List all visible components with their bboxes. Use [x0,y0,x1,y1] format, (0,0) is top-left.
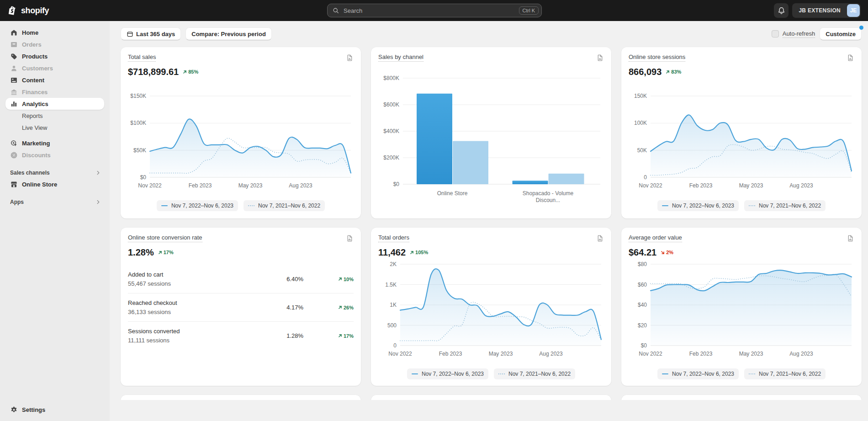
svg-text:Aug 2023: Aug 2023 [539,351,563,357]
customize-button[interactable]: Customize [820,27,862,40]
svg-text:Nov 2022: Nov 2022 [639,182,662,189]
sidebar-section-apps[interactable]: Apps [5,197,104,208]
funnel-rate: 1.28% [239,332,303,339]
legend-item[interactable]: Nov 7, 2021–Nov 6, 2022 [744,200,826,211]
legend-item[interactable]: Nov 7, 2022–Nov 6, 2023 [157,200,238,211]
legend-label: Nov 7, 2021–Nov 6, 2022 [258,203,320,209]
sidebar-item-content[interactable]: Content [5,74,104,86]
account-menu[interactable]: JB EXTENSION JE [792,3,861,18]
legend-item[interactable]: Nov 7, 2022–Nov 6, 2023 [657,368,739,379]
sidebar-section-sales-channels[interactable]: Sales channels [5,167,104,178]
gear-icon [9,405,18,414]
delta-value: 26% [344,305,354,310]
auto-refresh-checkbox[interactable] [772,30,779,37]
card-total-orders: Total orders 11,462 105% 2K1.5K1K5000Nov… [371,228,611,386]
svg-text:$0: $0 [140,174,147,181]
legend-item[interactable]: Nov 7, 2022–Nov 6, 2023 [657,200,739,211]
svg-text:1.5K: 1.5K [385,282,397,288]
card-title[interactable]: Total orders [378,234,409,242]
report-icon[interactable] [596,54,604,64]
funnel-sessions: 11,111 sessions [128,337,239,344]
card-title[interactable]: Average order value [629,234,682,242]
orders-chart: 2K1.5K1K5000Nov 2022Feb 2023May 2023Aug … [378,258,604,366]
svg-text:$200K: $200K [383,155,399,161]
report-icon[interactable] [346,234,354,244]
funnel-row[interactable]: Reached checkout36,133 sessions4.17%26% [128,293,354,321]
sidebar-item-marketing[interactable]: Marketing [5,137,104,149]
sidebar-item-analytics[interactable]: Analytics [5,98,104,110]
customers-icon [9,64,18,73]
svg-text:May 2023: May 2023 [739,351,763,357]
sidebar-item-orders: Orders [5,38,104,50]
compare-button[interactable]: Compare: Previous period [185,27,272,40]
sidebar-item-reports[interactable]: Reports [5,110,104,122]
funnel-step-name: Reached checkout [128,299,239,306]
auto-refresh-toggle[interactable]: Auto-refresh [772,30,815,38]
date-range-label: Last 365 days [136,31,175,37]
chevron-right-icon [95,170,101,176]
legend-item[interactable]: Nov 7, 2021–Nov 6, 2022 [494,368,575,379]
solid-line-swatch [662,373,668,374]
funnel-sessions: 55,467 sessions [128,280,239,287]
svg-text:0: 0 [644,174,647,181]
sidebar-item-label: Discounts [22,152,51,159]
card-title[interactable]: Total sales [128,53,156,62]
report-icon[interactable] [596,234,604,244]
card-title[interactable]: Online store sessions [629,53,685,62]
sidebar-item-label: Home [22,29,38,36]
legend-item[interactable]: Nov 7, 2022–Nov 6, 2023 [407,368,488,379]
svg-text:Online Store: Online Store [437,190,468,197]
card-stub [121,395,361,400]
date-range-button[interactable]: Last 365 days [121,27,181,40]
conversion-funnel: Added to cart55,467 sessions6.40%10%Reac… [128,265,354,350]
arrow-up-right-icon [182,69,187,75]
total-sales-chart: $150K$100K$50K$0Nov 2022Feb 2023May 2023… [128,90,354,197]
aov-chart: $80$60$40$20$0Nov 2022Feb 2023May 2023Au… [629,258,854,366]
home-icon [9,28,18,37]
metric-delta: 105% [409,249,428,257]
svg-text:$0: $0 [393,181,400,187]
report-icon[interactable] [346,54,354,64]
card-title[interactable]: Online store conversion rate [128,234,202,242]
svg-text:Shopacado - VolumeDiscoun...: Shopacado - VolumeDiscoun... [523,190,574,203]
card-total-sales: Total sales $718,899.61 85% $150K$100K$5… [121,47,361,218]
metric-value: 1.28% [128,247,154,258]
sidebar-item-online-store[interactable]: Online Store [5,178,104,190]
funnel-label: Reached checkout36,133 sessions [128,299,239,315]
svg-text:Feb 2023: Feb 2023 [189,182,212,189]
search-input[interactable]: Search Ctrl K [327,4,542,17]
sidebar-item-home[interactable]: Home [5,27,104,38]
solid-line-swatch [412,373,418,374]
auto-refresh-label: Auto-refresh [783,30,815,38]
report-icon[interactable] [847,54,854,64]
sidebar-item-live-view[interactable]: Live View [5,122,104,133]
calendar-icon [127,31,133,37]
funnel-row[interactable]: Added to cart55,467 sessions6.40%10% [128,265,354,293]
legend-item[interactable]: Nov 7, 2021–Nov 6, 2022 [243,200,325,211]
svg-text:$400K: $400K [383,128,399,134]
total_sales-line-chart-svg: $150K$100K$50K$0Nov 2022Feb 2023May 2023… [128,90,354,197]
sidebar-item-products[interactable]: Products [5,50,104,62]
funnel-rate: 6.40% [239,276,303,282]
svg-text:Feb 2023: Feb 2023 [439,351,462,357]
main-content: Analytics Fullscreen Last 365 days Compa… [110,0,868,400]
svg-text:May 2023: May 2023 [739,182,763,189]
funnel-delta: 26% [327,305,354,310]
shopify-logo[interactable]: shopify [7,5,49,16]
sidebar-item-label: Customers [22,65,53,72]
svg-text:$800K: $800K [383,75,399,81]
chart-legend: Nov 7, 2022–Nov 6, 2023Nov 7, 2021–Nov 6… [378,368,604,379]
notifications-button[interactable] [774,3,789,18]
sidebar-item-settings[interactable]: Settings [5,404,104,416]
products-icon [9,52,18,61]
funnel-sessions: 36,133 sessions [128,309,239,315]
card-title[interactable]: Sales by channel [378,53,423,62]
compare-label: Compare: Previous period [191,31,266,37]
report-icon[interactable] [847,234,854,244]
legend-label: Nov 7, 2021–Nov 6, 2022 [759,203,821,209]
arrow-down-right-icon [660,250,665,255]
legend-label: Nov 7, 2022–Nov 6, 2023 [672,203,734,209]
legend-item[interactable]: Nov 7, 2021–Nov 6, 2022 [744,368,826,379]
funnel-row[interactable]: Sessions converted11,111 sessions1.28%17… [128,321,354,350]
svg-text:Nov 2022: Nov 2022 [388,351,412,357]
